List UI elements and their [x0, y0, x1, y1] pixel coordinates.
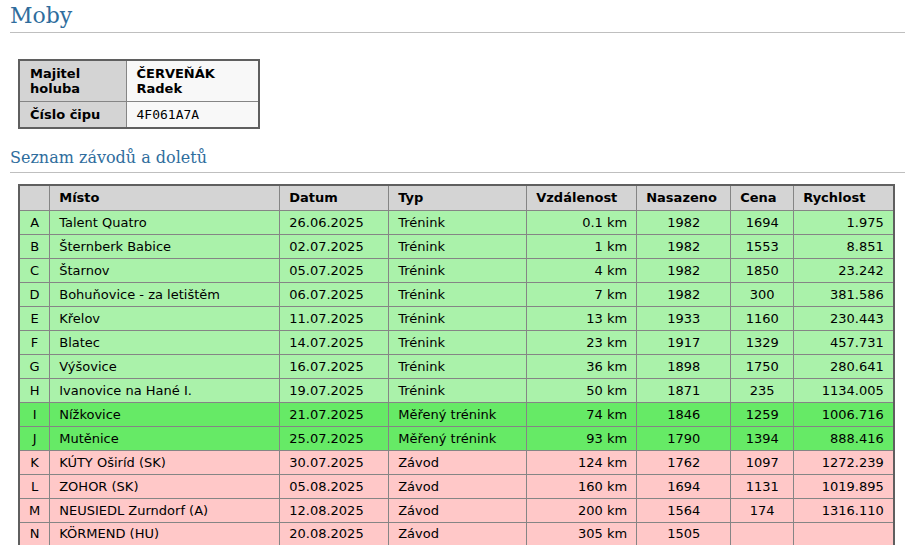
cell-rychlost: 1316.110 — [794, 498, 894, 522]
cell-vzdalenost: 13 km — [527, 306, 637, 330]
cell-datum: 05.07.2025 — [280, 258, 389, 282]
cell-misto: Mutěnice — [50, 426, 280, 450]
cell-id: A — [19, 210, 50, 234]
cell-misto: ZOHOR (SK) — [50, 474, 280, 498]
cell-misto: Bohuňovice - za letištěm — [50, 282, 280, 306]
cell-vzdalenost: 124 km — [527, 450, 637, 474]
cell-nasazeno: 1898 — [637, 354, 731, 378]
cell-misto: KÖRMEND (HU) — [50, 522, 280, 545]
column-header-nasazeno: Nasazeno — [637, 185, 731, 210]
cell-vzdalenost: 93 km — [527, 426, 637, 450]
cell-cena: 300 — [731, 282, 794, 306]
cell-datum: 02.07.2025 — [280, 234, 389, 258]
page: Moby Majitel holubaČERVEŇÁK RadekČíslo č… — [0, 0, 915, 545]
cell-typ: Závod — [389, 498, 527, 522]
table-row: JMutěnice25.07.2025Měřený trénink93 km17… — [19, 426, 894, 450]
column-header-id — [19, 185, 50, 210]
cell-nasazeno: 1982 — [637, 258, 731, 282]
cell-misto: Blatec — [50, 330, 280, 354]
cell-cena: 1160 — [731, 306, 794, 330]
table-row: BŠternberk Babice02.07.2025Trénink1 km19… — [19, 234, 894, 258]
column-header-rychlost: Rychlost — [794, 185, 894, 210]
cell-nasazeno: 1846 — [637, 402, 731, 426]
cell-rychlost: 1134.005 — [794, 378, 894, 402]
cell-id: H — [19, 378, 50, 402]
cell-nasazeno: 1933 — [637, 306, 731, 330]
cell-rychlost: 8.851 — [794, 234, 894, 258]
cell-misto: KÚTY Oširíd (SK) — [50, 450, 280, 474]
cell-misto: Ivanovice na Hané I. — [50, 378, 280, 402]
cell-id: L — [19, 474, 50, 498]
cell-cena: 1097 — [731, 450, 794, 474]
title-divider — [10, 32, 905, 33]
races-header-row: MístoDatumTypVzdálenostNasazenoCenaRychl… — [19, 185, 894, 210]
cell-id: G — [19, 354, 50, 378]
cell-misto: Talent Quatro — [50, 210, 280, 234]
cell-datum: 14.07.2025 — [280, 330, 389, 354]
page-title: Moby — [10, 0, 905, 29]
table-row: DBohuňovice - za letištěm06.07.2025Tréni… — [19, 282, 894, 306]
cell-nasazeno: 1982 — [637, 234, 731, 258]
cell-typ: Měřený trénink — [389, 426, 527, 450]
pigeon-info-body: Majitel holubaČERVEŇÁK RadekČíslo čipu4F… — [19, 60, 259, 128]
cell-cena — [731, 522, 794, 545]
cell-id: C — [19, 258, 50, 282]
cell-rychlost: 1006.716 — [794, 402, 894, 426]
cell-datum: 20.08.2025 — [280, 522, 389, 545]
races-table: MístoDatumTypVzdálenostNasazenoCenaRychl… — [18, 184, 895, 545]
cell-id: B — [19, 234, 50, 258]
table-row: CŠtarnov05.07.2025Trénink4 km1982185023.… — [19, 258, 894, 282]
cell-misto: Štarnov — [50, 258, 280, 282]
table-row: LZOHOR (SK)05.08.2025Závod160 km16941131… — [19, 474, 894, 498]
table-row: HIvanovice na Hané I.19.07.2025Trénink50… — [19, 378, 894, 402]
cell-typ: Závod — [389, 450, 527, 474]
cell-cena: 1329 — [731, 330, 794, 354]
cell-nasazeno: 1694 — [637, 474, 731, 498]
cell-typ: Trénink — [389, 354, 527, 378]
cell-datum: 06.07.2025 — [280, 282, 389, 306]
cell-rychlost: 1019.895 — [794, 474, 894, 498]
column-header-cena: Cena — [731, 185, 794, 210]
cell-nasazeno: 1982 — [637, 282, 731, 306]
cell-nasazeno: 1564 — [637, 498, 731, 522]
cell-nasazeno: 1917 — [637, 330, 731, 354]
info-value: 4F061A7A — [126, 102, 259, 129]
cell-id: M — [19, 498, 50, 522]
cell-nasazeno: 1871 — [637, 378, 731, 402]
table-row: MNEUSIEDL Zurndorf (A)12.08.2025Závod200… — [19, 498, 894, 522]
cell-cena: 1553 — [731, 234, 794, 258]
cell-misto: Křelov — [50, 306, 280, 330]
cell-cena: 1131 — [731, 474, 794, 498]
cell-id: D — [19, 282, 50, 306]
cell-vzdalenost: 1 km — [527, 234, 637, 258]
cell-rychlost: 888.416 — [794, 426, 894, 450]
info-row: Majitel holubaČERVEŇÁK Radek — [19, 60, 259, 102]
cell-datum: 16.07.2025 — [280, 354, 389, 378]
table-row: EKřelov11.07.2025Trénink13 km19331160230… — [19, 306, 894, 330]
cell-nasazeno: 1982 — [637, 210, 731, 234]
cell-rychlost: 23.242 — [794, 258, 894, 282]
cell-cena: 174 — [731, 498, 794, 522]
races-body: ATalent Quatro26.06.2025Trénink0.1 km198… — [19, 210, 894, 545]
cell-vzdalenost: 7 km — [527, 282, 637, 306]
cell-typ: Trénink — [389, 282, 527, 306]
cell-id: I — [19, 402, 50, 426]
cell-rychlost: 280.641 — [794, 354, 894, 378]
cell-cena: 1850 — [731, 258, 794, 282]
cell-rychlost: 381.586 — [794, 282, 894, 306]
cell-misto: Nížkovice — [50, 402, 280, 426]
cell-datum: 05.08.2025 — [280, 474, 389, 498]
pigeon-info-table: Majitel holubaČERVEŇÁK RadekČíslo čipu4F… — [18, 59, 260, 129]
cell-typ: Trénink — [389, 378, 527, 402]
cell-datum: 26.06.2025 — [280, 210, 389, 234]
cell-vzdalenost: 200 km — [527, 498, 637, 522]
cell-cena: 1394 — [731, 426, 794, 450]
section-title: Seznam závodů a doletů — [10, 149, 905, 173]
cell-rychlost: 457.731 — [794, 330, 894, 354]
cell-rychlost: 1272.239 — [794, 450, 894, 474]
cell-vzdalenost: 160 km — [527, 474, 637, 498]
cell-misto: NEUSIEDL Zurndorf (A) — [50, 498, 280, 522]
table-row: INížkovice21.07.2025Měřený trénink74 km1… — [19, 402, 894, 426]
cell-typ: Trénink — [389, 258, 527, 282]
cell-vzdalenost: 4 km — [527, 258, 637, 282]
